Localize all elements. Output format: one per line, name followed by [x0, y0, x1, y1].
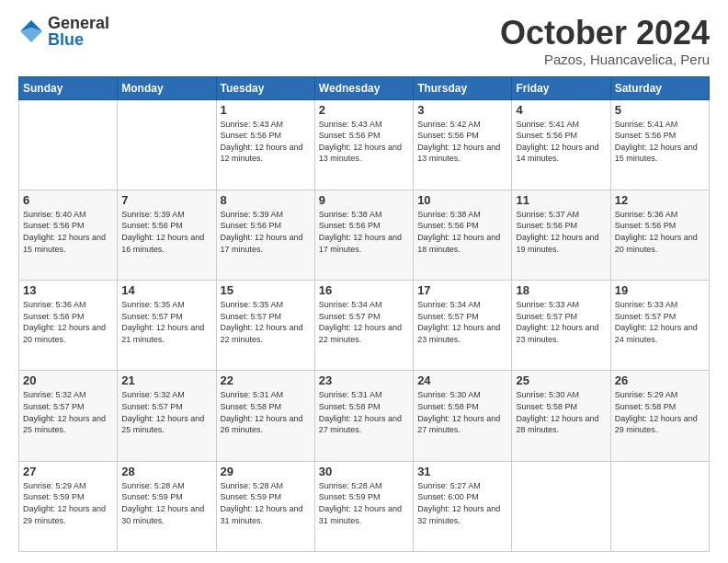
weekday-header-saturday: Saturday: [610, 76, 709, 99]
day-info: Sunrise: 5:31 AMSunset: 5:58 PMDaylight:…: [221, 389, 311, 435]
day-info: Sunrise: 5:41 AMSunset: 5:56 PMDaylight:…: [615, 119, 705, 165]
week-row-5: 27Sunrise: 5:29 AMSunset: 5:59 PMDayligh…: [19, 461, 710, 551]
day-number: 2: [319, 103, 409, 117]
day-number: 10: [417, 193, 507, 207]
calendar-cell: 16Sunrise: 5:34 AMSunset: 5:57 PMDayligh…: [314, 281, 413, 371]
day-number: 5: [615, 103, 705, 117]
day-info: Sunrise: 5:30 AMSunset: 5:58 PMDaylight:…: [516, 389, 606, 435]
calendar-cell: 6Sunrise: 5:40 AMSunset: 5:56 PMDaylight…: [19, 190, 118, 280]
logo-text: General Blue: [48, 15, 109, 48]
header: General Blue October 2024 Pazos, Huancav…: [18, 15, 710, 67]
week-row-1: 1Sunrise: 5:43 AMSunset: 5:56 PMDaylight…: [19, 99, 710, 190]
calendar-cell: 24Sunrise: 5:30 AMSunset: 5:58 PMDayligh…: [414, 371, 512, 461]
calendar-cell: 17Sunrise: 5:34 AMSunset: 5:57 PMDayligh…: [414, 281, 512, 371]
day-info: Sunrise: 5:31 AMSunset: 5:58 PMDaylight:…: [319, 389, 409, 435]
day-number: 30: [319, 465, 409, 478]
day-info: Sunrise: 5:29 AMSunset: 5:58 PMDaylight:…: [615, 389, 705, 435]
day-number: 25: [516, 373, 606, 387]
calendar-cell: 7Sunrise: 5:39 AMSunset: 5:56 PMDaylight…: [118, 190, 216, 280]
day-info: Sunrise: 5:33 AMSunset: 5:57 PMDaylight:…: [516, 299, 606, 345]
calendar-cell: 4Sunrise: 5:41 AMSunset: 5:56 PMDaylight…: [512, 99, 610, 190]
day-info: Sunrise: 5:41 AMSunset: 5:56 PMDaylight:…: [516, 119, 606, 165]
day-number: 27: [23, 465, 113, 478]
calendar-cell: 15Sunrise: 5:35 AMSunset: 5:57 PMDayligh…: [216, 281, 314, 371]
calendar-cell: 22Sunrise: 5:31 AMSunset: 5:58 PMDayligh…: [216, 371, 314, 461]
day-info: Sunrise: 5:34 AMSunset: 5:57 PMDaylight:…: [319, 299, 409, 345]
day-number: 8: [221, 193, 311, 207]
main-title: October 2024: [500, 15, 710, 52]
day-info: Sunrise: 5:28 AMSunset: 5:59 PMDaylight:…: [319, 480, 409, 526]
day-info: Sunrise: 5:32 AMSunset: 5:57 PMDaylight:…: [23, 389, 113, 435]
calendar-cell: [19, 99, 118, 190]
subtitle: Pazos, Huancavelica, Peru: [500, 52, 710, 67]
day-number: 3: [417, 103, 507, 117]
calendar-cell: [118, 99, 216, 190]
day-number: 31: [417, 465, 507, 478]
day-number: 7: [121, 193, 211, 207]
day-info: Sunrise: 5:28 AMSunset: 5:59 PMDaylight:…: [121, 480, 211, 526]
day-info: Sunrise: 5:27 AMSunset: 6:00 PMDaylight:…: [417, 480, 507, 526]
weekday-header-sunday: Sunday: [19, 76, 118, 99]
calendar-cell: 20Sunrise: 5:32 AMSunset: 5:57 PMDayligh…: [19, 371, 118, 461]
calendar-cell: 13Sunrise: 5:36 AMSunset: 5:56 PMDayligh…: [19, 281, 118, 371]
day-info: Sunrise: 5:35 AMSunset: 5:57 PMDaylight:…: [121, 299, 211, 345]
calendar-cell: 29Sunrise: 5:28 AMSunset: 5:59 PMDayligh…: [216, 461, 314, 551]
calendar-cell: 18Sunrise: 5:33 AMSunset: 5:57 PMDayligh…: [512, 281, 610, 371]
calendar-cell: 1Sunrise: 5:43 AMSunset: 5:56 PMDaylight…: [216, 99, 314, 190]
week-row-4: 20Sunrise: 5:32 AMSunset: 5:57 PMDayligh…: [19, 371, 710, 461]
calendar-cell: 2Sunrise: 5:43 AMSunset: 5:56 PMDaylight…: [314, 99, 413, 190]
day-number: 26: [615, 373, 705, 387]
weekday-header-wednesday: Wednesday: [314, 76, 413, 99]
weekday-header-thursday: Thursday: [414, 76, 512, 99]
weekday-header-monday: Monday: [118, 76, 216, 99]
day-info: Sunrise: 5:36 AMSunset: 5:56 PMDaylight:…: [615, 209, 705, 255]
day-number: 22: [221, 373, 311, 387]
logo: General Blue: [18, 15, 109, 48]
week-row-2: 6Sunrise: 5:40 AMSunset: 5:56 PMDaylight…: [19, 190, 710, 280]
page: General Blue October 2024 Pazos, Huancav…: [0, 0, 728, 563]
day-number: 16: [319, 283, 409, 297]
day-info: Sunrise: 5:28 AMSunset: 5:59 PMDaylight:…: [221, 480, 311, 526]
day-number: 24: [417, 373, 507, 387]
calendar-cell: [512, 461, 610, 551]
day-info: Sunrise: 5:37 AMSunset: 5:56 PMDaylight:…: [516, 209, 606, 255]
calendar-cell: [610, 461, 709, 551]
day-number: 6: [23, 193, 113, 207]
day-number: 28: [121, 465, 211, 478]
calendar-cell: 31Sunrise: 5:27 AMSunset: 6:00 PMDayligh…: [414, 461, 512, 551]
logo-icon: [18, 18, 44, 44]
day-number: 4: [516, 103, 606, 117]
calendar-cell: 9Sunrise: 5:38 AMSunset: 5:56 PMDaylight…: [314, 190, 413, 280]
logo-general-text: General: [48, 15, 109, 31]
calendar-cell: 19Sunrise: 5:33 AMSunset: 5:57 PMDayligh…: [610, 281, 709, 371]
logo-blue-text: Blue: [48, 31, 109, 48]
calendar-cell: 25Sunrise: 5:30 AMSunset: 5:58 PMDayligh…: [512, 371, 610, 461]
weekday-header-row: SundayMondayTuesdayWednesdayThursdayFrid…: [19, 76, 710, 99]
calendar-cell: 23Sunrise: 5:31 AMSunset: 5:58 PMDayligh…: [314, 371, 413, 461]
weekday-header-friday: Friday: [512, 76, 610, 99]
day-number: 11: [516, 193, 606, 207]
calendar-cell: 3Sunrise: 5:42 AMSunset: 5:56 PMDaylight…: [414, 99, 512, 190]
day-info: Sunrise: 5:39 AMSunset: 5:56 PMDaylight:…: [221, 209, 311, 255]
day-info: Sunrise: 5:29 AMSunset: 5:59 PMDaylight:…: [23, 480, 113, 526]
day-number: 21: [121, 373, 211, 387]
calendar-cell: 12Sunrise: 5:36 AMSunset: 5:56 PMDayligh…: [610, 190, 709, 280]
calendar-cell: 11Sunrise: 5:37 AMSunset: 5:56 PMDayligh…: [512, 190, 610, 280]
calendar-cell: 27Sunrise: 5:29 AMSunset: 5:59 PMDayligh…: [19, 461, 118, 551]
day-number: 1: [221, 103, 311, 117]
day-info: Sunrise: 5:34 AMSunset: 5:57 PMDaylight:…: [417, 299, 507, 345]
day-number: 15: [221, 283, 311, 297]
week-row-3: 13Sunrise: 5:36 AMSunset: 5:56 PMDayligh…: [19, 281, 710, 371]
day-info: Sunrise: 5:40 AMSunset: 5:56 PMDaylight:…: [23, 209, 113, 255]
day-number: 18: [516, 283, 606, 297]
day-info: Sunrise: 5:35 AMSunset: 5:57 PMDaylight:…: [221, 299, 311, 345]
day-number: 19: [615, 283, 705, 297]
calendar-cell: 28Sunrise: 5:28 AMSunset: 5:59 PMDayligh…: [118, 461, 216, 551]
day-number: 14: [121, 283, 211, 297]
day-info: Sunrise: 5:43 AMSunset: 5:56 PMDaylight:…: [319, 119, 409, 165]
day-number: 9: [319, 193, 409, 207]
day-number: 12: [615, 193, 705, 207]
day-info: Sunrise: 5:30 AMSunset: 5:58 PMDaylight:…: [417, 389, 507, 435]
weekday-header-tuesday: Tuesday: [216, 76, 314, 99]
calendar-cell: 21Sunrise: 5:32 AMSunset: 5:57 PMDayligh…: [118, 371, 216, 461]
